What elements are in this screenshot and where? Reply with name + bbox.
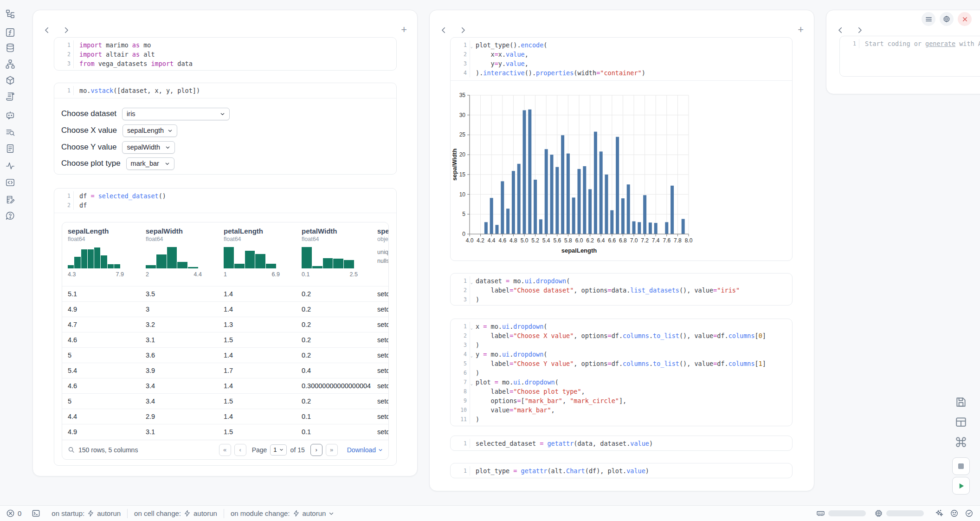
interrupt-button[interactable] (952, 457, 970, 475)
table-row[interactable]: 5.13.51.40.2setosa (62, 286, 388, 301)
sidebar-item-documentation[interactable] (5, 143, 15, 154)
dropdown-choose-dataset[interactable]: iris (122, 108, 230, 120)
close-button[interactable] (958, 12, 972, 26)
sidebar-item-packages[interactable] (5, 75, 15, 85)
table-row[interactable]: 5.43.91.70.4setosa (62, 363, 388, 378)
code-cell-c2_selected[interactable]: 1selected_dataset = getattr(data, datase… (450, 436, 793, 451)
errors-icon[interactable] (6, 509, 15, 518)
code-editor[interactable]: 1import marimo as mo2import altair as al… (54, 38, 396, 71)
collapse-chevron-icon[interactable]: ⌄ (471, 278, 473, 287)
last-page-button[interactable]: » (326, 444, 338, 456)
table-row[interactable]: 4.93.11.50.1setosa (62, 424, 388, 439)
terminal-icon[interactable] (32, 509, 40, 518)
column2-add-cell-button[interactable]: + (798, 25, 804, 34)
table-row[interactable]: 4.73.21.30.2setosa (62, 317, 388, 332)
autorun-setting-0[interactable]: on startup:autorun (52, 509, 121, 517)
table-summary: 150 rows, 5 columns (78, 446, 138, 454)
kernel-icon[interactable] (950, 509, 959, 518)
code-cell-c2_dataset[interactable]: 1⌄dataset = mo.ui.dropdown(2 label="Choo… (450, 273, 793, 306)
column-name[interactable]: species (377, 227, 389, 235)
dropdown-choose-y-value[interactable]: sepalWidth (122, 141, 175, 154)
column1-next-icon[interactable] (62, 26, 71, 34)
connection-status-icon[interactable] (965, 509, 974, 518)
column-histogram[interactable] (224, 247, 276, 268)
dropdown-choose-x-value[interactable]: sepalLength (122, 124, 177, 137)
code-editor[interactable]: 1⌄plot_type().encode(2 x=x.value,3 y=y.v… (451, 38, 792, 80)
bar (528, 110, 531, 234)
collapse-chevron-icon[interactable]: ⌄ (471, 323, 473, 332)
code-editor[interactable]: 1df = selected_dataset()2df (54, 189, 396, 213)
column-histogram[interactable] (68, 247, 120, 268)
line-number: 1 (840, 39, 859, 48)
sidebar-item-datasources[interactable] (5, 43, 15, 53)
collapse-chevron-icon[interactable]: ⌄ (471, 379, 473, 388)
column2-next-icon[interactable] (459, 26, 467, 34)
sidebar-item-chat[interactable] (5, 110, 15, 120)
code-editor[interactable]: 1plot_type = getattr(alt.Chart(df), plot… (451, 463, 792, 478)
column-histogram[interactable] (302, 247, 354, 268)
column-histogram[interactable] (146, 247, 198, 268)
search-icon[interactable] (68, 446, 75, 453)
table-row[interactable]: 4.931.40.2setosa (62, 301, 388, 317)
table-row[interactable]: 4.63.41.40.30000000000000004setosa (62, 378, 388, 393)
column-name[interactable]: sepalWidth (146, 227, 220, 235)
column-name[interactable]: sepalLength (68, 227, 142, 235)
autorun-setting-2[interactable]: on module change:autorun (231, 509, 334, 517)
sidebar-item-search[interactable] (5, 127, 15, 137)
ai-sparkles-icon[interactable] (935, 509, 944, 518)
table-row[interactable]: 53.61.40.2setosa (62, 347, 388, 363)
next-page-button[interactable]: › (310, 444, 322, 456)
bar (621, 198, 625, 234)
keyboard-shortcuts-icon[interactable] (955, 436, 967, 448)
collapse-chevron-icon[interactable]: ⌄ (471, 351, 473, 360)
table-row[interactable]: 4.63.11.50.2setosa (62, 332, 388, 347)
sidebar-item-file-tree[interactable] (5, 9, 15, 19)
run-button[interactable] (952, 477, 970, 495)
save-icon[interactable] (955, 396, 967, 408)
altair-bar-chart[interactable]: 4.04.24.44.64.85.05.25.45.65.86.06.26.46… (450, 81, 793, 261)
column-name[interactable]: petalWidth (302, 227, 374, 235)
table-column-header: sepalLengthfloat644.37.9 (68, 227, 142, 278)
cpu-usage-bar (886, 510, 924, 516)
autorun-setting-1[interactable]: on cell change:autorun (134, 509, 217, 517)
sidebar-item-functions[interactable] (5, 27, 15, 38)
code-cell-c1_imports[interactable]: 1import marimo as mo2import altair as al… (54, 37, 397, 71)
sidebar-item-help[interactable] (5, 211, 15, 221)
app-layout-icon[interactable] (955, 416, 967, 428)
collapse-chevron-icon[interactable]: ⌄ (471, 42, 473, 51)
download-button[interactable]: Download (347, 446, 383, 454)
code-editor[interactable]: 1⌄x = mo.ui.dropdown(2 label="Choose X v… (451, 319, 792, 426)
dropdown-choose-plot-type[interactable]: mark_bar (126, 157, 174, 170)
hist-max: 2.5 (350, 271, 358, 278)
column3-prev-icon[interactable] (836, 26, 845, 34)
sidebar-item-tracing[interactable] (5, 161, 15, 171)
prev-page-button[interactable]: ‹ (234, 444, 246, 456)
generate-with-ai-link[interactable]: generate (925, 40, 955, 47)
cell-placeholder[interactable]: Start coding or generate with AI (859, 39, 980, 48)
code-editor[interactable]: 1⌄dataset = mo.ui.dropdown(2 label="Choo… (451, 274, 792, 306)
column2-prev-icon[interactable] (439, 26, 448, 34)
sidebar-item-snippets[interactable] (5, 177, 15, 188)
table-row[interactable]: 4.42.91.40.1setosa (62, 409, 388, 424)
column-name[interactable]: petalLength (224, 227, 298, 235)
code-editor[interactable]: 1selected_dataset = getattr(data, datase… (451, 436, 792, 451)
settings-button[interactable] (940, 12, 954, 26)
sidebar-item-dependency-graph[interactable] (5, 59, 15, 69)
page-select[interactable]: 1 (270, 444, 286, 456)
table-cell: 3.2 (146, 321, 224, 328)
code-editor[interactable]: 1mo.vstack([dataset, x, y, plot]) (54, 83, 396, 98)
table-cell: 0.4 (302, 367, 377, 374)
chevron-down-icon (165, 161, 170, 166)
column1-prev-icon[interactable] (43, 26, 51, 34)
sidebar-item-logs[interactable] (5, 91, 15, 102)
column3-next-icon[interactable] (856, 26, 864, 34)
code-cell-c2_plottype[interactable]: 1plot_type = getattr(alt.Chart(df), plot… (450, 463, 793, 478)
table-row[interactable]: 53.41.50.2setosa (62, 393, 388, 409)
dropdown-value: sepalLength (127, 127, 164, 134)
code-cell-c2_xyplot[interactable]: 1⌄x = mo.ui.dropdown(2 label="Choose X v… (450, 319, 793, 426)
menu-button[interactable] (922, 12, 935, 26)
sidebar-item-scratchpad[interactable] (5, 195, 15, 205)
first-page-button[interactable]: « (219, 444, 231, 456)
empty-cell[interactable]: 1 Start coding or generate with AI (839, 36, 980, 77)
column1-add-cell-button[interactable]: + (401, 25, 407, 34)
